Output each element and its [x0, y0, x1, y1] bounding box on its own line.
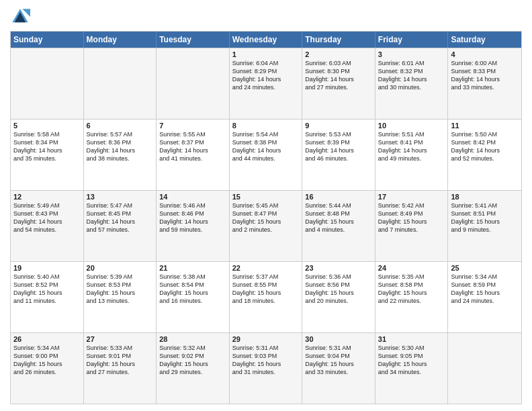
day-info: Sunrise: 5:35 AMSunset: 8:58 PMDaylight:… — [378, 273, 445, 306]
cal-cell-2-2: 14Sunrise: 5:46 AMSunset: 8:46 PMDayligh… — [157, 191, 230, 261]
cal-cell-4-0: 26Sunrise: 5:34 AMSunset: 9:00 PMDayligh… — [11, 333, 84, 404]
day-number: 25 — [451, 264, 519, 272]
calendar-row-1: 5Sunrise: 5:58 AMSunset: 8:34 PMDaylight… — [11, 119, 521, 190]
day-number: 9 — [305, 122, 372, 130]
header-day-monday: Monday — [84, 32, 157, 48]
cal-cell-0-4: 2Sunrise: 6:03 AMSunset: 8:30 PMDaylight… — [302, 48, 375, 119]
day-number: 2 — [305, 50, 372, 58]
cal-cell-1-2: 7Sunrise: 5:55 AMSunset: 8:37 PMDaylight… — [157, 120, 230, 190]
day-number: 5 — [13, 122, 81, 130]
cal-cell-2-6: 18Sunrise: 5:41 AMSunset: 8:51 PMDayligh… — [448, 191, 521, 261]
day-number: 17 — [378, 193, 445, 201]
day-number: 22 — [232, 264, 300, 272]
day-info: Sunrise: 5:31 AMSunset: 9:03 PMDaylight:… — [232, 344, 300, 377]
day-info: Sunrise: 5:53 AMSunset: 8:39 PMDaylight:… — [305, 130, 372, 163]
header-day-thursday: Thursday — [302, 32, 375, 48]
cal-cell-3-6: 25Sunrise: 5:34 AMSunset: 8:59 PMDayligh… — [448, 262, 521, 332]
cal-cell-0-2 — [157, 48, 230, 119]
day-number: 19 — [13, 264, 81, 272]
day-number: 6 — [87, 122, 154, 130]
cal-cell-1-1: 6Sunrise: 5:57 AMSunset: 8:36 PMDaylight… — [84, 120, 157, 190]
day-info: Sunrise: 6:04 AMSunset: 8:29 PMDaylight:… — [232, 59, 300, 92]
cal-cell-2-3: 15Sunrise: 5:45 AMSunset: 8:47 PMDayligh… — [230, 191, 303, 261]
logo-icon — [10, 7, 30, 27]
cal-cell-0-5: 3Sunrise: 6:01 AMSunset: 8:32 PMDaylight… — [375, 48, 449, 119]
cal-cell-3-1: 20Sunrise: 5:39 AMSunset: 8:53 PMDayligh… — [84, 262, 157, 332]
day-info: Sunrise: 5:54 AMSunset: 8:38 PMDaylight:… — [232, 130, 300, 163]
cal-cell-1-6: 11Sunrise: 5:50 AMSunset: 8:42 PMDayligh… — [448, 120, 521, 190]
cal-cell-1-4: 9Sunrise: 5:53 AMSunset: 8:39 PMDaylight… — [302, 120, 375, 190]
cal-cell-0-1 — [84, 48, 157, 119]
header-day-wednesday: Wednesday — [230, 32, 303, 48]
calendar: SundayMondayTuesdayWednesdayThursdayFrid… — [10, 31, 522, 404]
cal-cell-3-0: 19Sunrise: 5:40 AMSunset: 8:52 PMDayligh… — [11, 262, 84, 332]
day-info: Sunrise: 5:30 AMSunset: 9:05 PMDaylight:… — [378, 344, 445, 377]
calendar-row-0: 1Sunrise: 6:04 AMSunset: 8:29 PMDaylight… — [11, 48, 521, 119]
day-info: Sunrise: 5:51 AMSunset: 8:41 PMDaylight:… — [378, 130, 445, 163]
day-info: Sunrise: 5:36 AMSunset: 8:56 PMDaylight:… — [305, 273, 372, 306]
day-number: 24 — [378, 264, 445, 272]
cal-cell-4-1: 27Sunrise: 5:33 AMSunset: 9:01 PMDayligh… — [84, 333, 157, 404]
day-info: Sunrise: 5:42 AMSunset: 8:49 PMDaylight:… — [378, 201, 445, 234]
cal-cell-4-2: 28Sunrise: 5:32 AMSunset: 9:02 PMDayligh… — [157, 333, 230, 404]
day-number: 13 — [87, 193, 154, 201]
cal-cell-4-5: 31Sunrise: 5:30 AMSunset: 9:05 PMDayligh… — [375, 333, 449, 404]
cal-cell-4-6 — [448, 333, 521, 404]
day-info: Sunrise: 5:37 AMSunset: 8:55 PMDaylight:… — [232, 273, 300, 306]
cal-cell-3-3: 22Sunrise: 5:37 AMSunset: 8:55 PMDayligh… — [230, 262, 303, 332]
day-info: Sunrise: 6:01 AMSunset: 8:32 PMDaylight:… — [378, 59, 445, 92]
header — [10, 7, 522, 27]
day-info: Sunrise: 5:55 AMSunset: 8:37 PMDaylight:… — [159, 130, 226, 163]
calendar-row-4: 26Sunrise: 5:34 AMSunset: 9:00 PMDayligh… — [11, 332, 521, 404]
cal-cell-2-5: 17Sunrise: 5:42 AMSunset: 8:49 PMDayligh… — [375, 191, 449, 261]
day-info: Sunrise: 5:38 AMSunset: 8:54 PMDaylight:… — [159, 273, 226, 306]
day-number: 4 — [451, 50, 519, 58]
cal-cell-3-5: 24Sunrise: 5:35 AMSunset: 8:58 PMDayligh… — [375, 262, 449, 332]
day-info: Sunrise: 5:46 AMSunset: 8:46 PMDaylight:… — [159, 201, 226, 234]
page: SundayMondayTuesdayWednesdayThursdayFrid… — [0, 0, 532, 411]
header-day-tuesday: Tuesday — [157, 32, 230, 48]
day-info: Sunrise: 5:31 AMSunset: 9:04 PMDaylight:… — [305, 344, 372, 377]
day-number: 21 — [159, 264, 226, 272]
day-info: Sunrise: 5:41 AMSunset: 8:51 PMDaylight:… — [451, 201, 519, 234]
day-number: 16 — [305, 193, 372, 201]
day-info: Sunrise: 6:03 AMSunset: 8:30 PMDaylight:… — [305, 59, 372, 92]
day-info: Sunrise: 5:49 AMSunset: 8:43 PMDaylight:… — [13, 201, 81, 234]
day-number: 26 — [13, 335, 81, 343]
logo — [10, 7, 33, 27]
day-info: Sunrise: 5:58 AMSunset: 8:34 PMDaylight:… — [13, 130, 81, 163]
calendar-row-2: 12Sunrise: 5:49 AMSunset: 8:43 PMDayligh… — [11, 190, 521, 261]
cal-cell-0-3: 1Sunrise: 6:04 AMSunset: 8:29 PMDaylight… — [230, 48, 303, 119]
day-number: 7 — [159, 122, 226, 130]
day-info: Sunrise: 5:33 AMSunset: 9:01 PMDaylight:… — [87, 344, 154, 377]
day-info: Sunrise: 5:45 AMSunset: 8:47 PMDaylight:… — [232, 201, 300, 234]
cal-cell-0-0 — [11, 48, 84, 119]
day-number: 11 — [451, 122, 519, 130]
cal-cell-2-1: 13Sunrise: 5:47 AMSunset: 8:45 PMDayligh… — [84, 191, 157, 261]
day-info: Sunrise: 5:44 AMSunset: 8:48 PMDaylight:… — [305, 201, 372, 234]
cal-cell-4-3: 29Sunrise: 5:31 AMSunset: 9:03 PMDayligh… — [230, 333, 303, 404]
day-number: 28 — [159, 335, 226, 343]
day-info: Sunrise: 5:47 AMSunset: 8:45 PMDaylight:… — [87, 201, 154, 234]
day-number: 14 — [159, 193, 226, 201]
day-number: 23 — [305, 264, 372, 272]
day-number: 1 — [232, 50, 300, 58]
cal-cell-1-5: 10Sunrise: 5:51 AMSunset: 8:41 PMDayligh… — [375, 120, 449, 190]
day-number: 8 — [232, 122, 300, 130]
day-info: Sunrise: 5:32 AMSunset: 9:02 PMDaylight:… — [159, 344, 226, 377]
day-info: Sunrise: 5:34 AMSunset: 8:59 PMDaylight:… — [451, 273, 519, 306]
cal-cell-3-2: 21Sunrise: 5:38 AMSunset: 8:54 PMDayligh… — [157, 262, 230, 332]
header-day-sunday: Sunday — [11, 32, 84, 48]
day-number: 15 — [232, 193, 300, 201]
calendar-body: 1Sunrise: 6:04 AMSunset: 8:29 PMDaylight… — [11, 48, 521, 404]
cal-cell-2-0: 12Sunrise: 5:49 AMSunset: 8:43 PMDayligh… — [11, 191, 84, 261]
cal-cell-0-6: 4Sunrise: 6:00 AMSunset: 8:33 PMDaylight… — [448, 48, 521, 119]
calendar-header: SundayMondayTuesdayWednesdayThursdayFrid… — [11, 32, 521, 48]
day-number: 27 — [87, 335, 154, 343]
day-number: 12 — [13, 193, 81, 201]
day-number: 3 — [378, 50, 445, 58]
cal-cell-4-4: 30Sunrise: 5:31 AMSunset: 9:04 PMDayligh… — [302, 333, 375, 404]
header-day-saturday: Saturday — [448, 32, 521, 48]
day-number: 20 — [87, 264, 154, 272]
cal-cell-3-4: 23Sunrise: 5:36 AMSunset: 8:56 PMDayligh… — [302, 262, 375, 332]
